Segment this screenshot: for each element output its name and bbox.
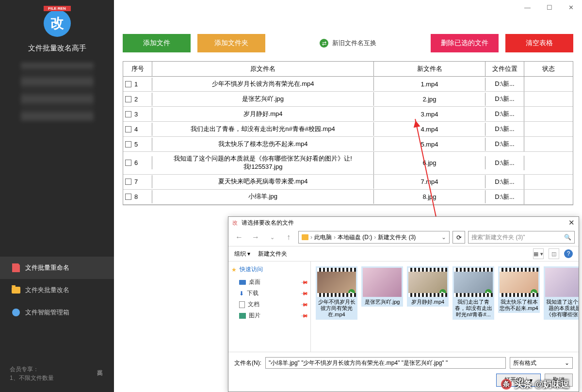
swap-icon: ⇄ <box>320 39 328 48</box>
preview-pane-button[interactable]: ◫ <box>549 248 559 259</box>
folder-icon <box>12 286 20 294</box>
row-checkbox[interactable] <box>125 179 131 185</box>
row-checkbox[interactable] <box>125 160 131 166</box>
sidebar-item-manager[interactable]: 文件智能管理箱 <box>0 301 114 324</box>
file-type-filter[interactable]: 所有格式⌄ <box>510 357 573 369</box>
file-open-dialog: 改 请选择要改名的文件 ✕ ← → ⌄ ↑ › 此电脑› 本地磁盘 (D:)› … <box>228 216 579 392</box>
table-row[interactable]: 8 小绵羊.jpg 8.jpg D:\新... <box>123 190 573 205</box>
pictures-icon <box>239 313 246 319</box>
member-line: 1、不限文件数量 <box>10 374 54 382</box>
th-new: 新文件名 <box>374 62 485 76</box>
sidebar-bottom: 会员专享： 1、不限文件数量 提高 <box>0 360 114 392</box>
minimize-button[interactable]: — <box>517 0 538 15</box>
sidebar-item-label: 文件批量重命名 <box>25 263 69 272</box>
logo-text: 改 <box>50 14 64 33</box>
table-row[interactable]: 6 我知道了这个问题的本质就是《你有哪些张艺兴好看的图片》让!我!125537.… <box>123 152 573 175</box>
table-row[interactable]: 4 我们走出了青春，却没有走出时光n#青春#校园.mp4 4.mp4 D:\新.… <box>123 122 573 137</box>
row-checkbox[interactable] <box>125 126 131 132</box>
cancel-button[interactable]: 取消 <box>545 374 573 387</box>
pin-icon: 📌 <box>301 311 308 319</box>
file-thumbnail: ▶ <box>500 268 538 297</box>
row-checkbox[interactable] <box>125 141 131 147</box>
member-label: 会员专享： <box>10 365 54 374</box>
documents-icon <box>239 301 245 308</box>
window-controls: — ☐ ✕ <box>517 0 582 19</box>
file-item[interactable]: ▶少年不惧岁月长彼方尚有荣光在.mp4 <box>316 266 357 320</box>
play-icon: ▶ <box>531 289 537 296</box>
qa-desktop[interactable]: 桌面📌 <box>231 277 307 288</box>
sidebar-item-rename[interactable]: 文件批量重命名 <box>0 257 114 279</box>
swap-names-button[interactable]: ⇄ 新旧文件名互换 <box>272 39 424 48</box>
breadcrumb[interactable]: › 此电脑› 本地磁盘 (D:)› 新建文件夹 (3) ⌄ <box>298 231 450 244</box>
dialog-title: 请选择要改名的文件 <box>242 219 294 227</box>
dialog-close-button[interactable]: ✕ <box>568 218 575 227</box>
row-checkbox[interactable] <box>125 96 131 102</box>
delete-selected-button[interactable]: 删除已选的文件 <box>431 34 499 52</box>
open-button[interactable]: 打开(O)▾ <box>496 374 541 387</box>
th-seq: 序号 <box>123 62 152 76</box>
table-row[interactable]: 3 岁月静好.mp4 3.mp4 D:\新... <box>123 107 573 122</box>
filename-label: 文件名(N): <box>234 359 261 367</box>
download-icon: ⬇ <box>239 290 244 297</box>
refresh-button[interactable]: ⟳ <box>453 231 465 244</box>
row-checkbox[interactable] <box>125 81 131 87</box>
qa-pictures[interactable]: 图片📌 <box>231 310 307 321</box>
doc-icon <box>12 263 20 272</box>
table-row[interactable]: 7 夏天快来吧杀死病毒带来爱.mp4 7.mp4 D:\新... <box>123 175 573 190</box>
sidebar-item-folder-rename[interactable]: 文件夹批量改名 <box>0 279 114 301</box>
help-button[interactable]: ? <box>564 249 573 258</box>
file-thumbnail: ▶ <box>454 268 493 297</box>
qa-documents[interactable]: 文档📌 <box>231 299 307 310</box>
back-button[interactable]: ← <box>232 230 246 244</box>
up-button[interactable]: ↑ <box>282 230 295 244</box>
th-orig: 原文件名 <box>152 62 374 76</box>
table-header: 序号 原文件名 新文件名 文件位置 状态 <box>123 62 573 77</box>
pin-icon: 📌 <box>301 278 308 286</box>
file-label: 我太快乐了根本悲伤不起来.mp4 <box>500 299 538 311</box>
logo-badge: FILE REN <box>44 6 71 11</box>
th-stat: 状态 <box>524 62 573 76</box>
filename-input[interactable] <box>265 357 506 369</box>
dialog-sidebar: ★ 快速访问 桌面📌 ⬇下载📌 文档📌 图片📌 <box>228 261 311 352</box>
sidebar-bottom-right: 提高 <box>96 365 104 382</box>
row-checkbox[interactable] <box>125 194 131 200</box>
file-item[interactable]: 我知道了这个问题的本质就是《你有哪些张... <box>544 266 579 320</box>
table-row[interactable]: 5 我太快乐了根本悲伤不起来.mp4 5.mp4 D:\新... <box>123 137 573 152</box>
add-file-button[interactable]: 添加文件 <box>123 34 191 52</box>
view-mode-button[interactable]: ▦ ▾ <box>533 248 544 259</box>
folder-icon <box>302 234 308 240</box>
toolbar: 添加文件 添加文件夹 ⇄ 新旧文件名互换 删除已选的文件 清空表格 <box>114 0 582 61</box>
desktop-icon <box>239 280 246 285</box>
qa-downloads[interactable]: ⬇下载📌 <box>231 288 307 299</box>
play-icon: ▶ <box>439 289 446 296</box>
file-item[interactable]: ▶岁月静好.mp4 <box>407 266 449 307</box>
app-logo: FILE REN 改 <box>44 10 71 37</box>
file-table: 序号 原文件名 新文件名 文件位置 状态 1 少年不惧岁月长彼方尚有荣光在.mp… <box>123 61 573 205</box>
sidebar-blur <box>21 63 94 121</box>
forward-button[interactable]: → <box>249 230 262 244</box>
side-menu: 文件批量重命名 文件夹批量改名 文件智能管理箱 <box>0 257 114 324</box>
file-item[interactable]: 是张艺兴吖.jpg <box>361 266 403 307</box>
file-item[interactable]: ▶我们走出了青春，却没有走出时光n#青春#... <box>453 266 494 320</box>
file-label: 我们走出了青春，却没有走出时光n#青春#... <box>454 299 493 318</box>
close-button[interactable]: ✕ <box>560 0 582 15</box>
new-folder-button[interactable]: 新建文件夹 <box>258 250 287 258</box>
recent-dropdown[interactable]: ⌄ <box>265 230 279 244</box>
file-thumbnail <box>363 268 402 297</box>
file-label: 少年不惧岁月长彼方尚有荣光在.mp4 <box>317 299 356 318</box>
sidebar: FILE REN 改 文件批量改名高手 文件批量重命名 文件夹批量改名 文件智能… <box>0 0 114 392</box>
maximize-button[interactable]: ☐ <box>538 0 560 15</box>
table-row[interactable]: 2 是张艺兴吖.jpg 2.jpg D:\新... <box>123 92 573 107</box>
file-label: 我知道了这个问题的本质就是《你有哪些张... <box>545 299 579 318</box>
toolbox-icon <box>12 308 20 317</box>
file-grid: ▶少年不惧岁月长彼方尚有荣光在.mp4是张艺兴吖.jpg▶岁月静好.mp4▶我们… <box>311 261 579 352</box>
organize-menu[interactable]: 组织 ▾ <box>234 250 250 258</box>
add-folder-button[interactable]: 添加文件夹 <box>197 34 265 52</box>
clear-table-button[interactable]: 清空表格 <box>505 34 573 52</box>
file-item[interactable]: ▶我太快乐了根本悲伤不起来.mp4 <box>498 266 540 313</box>
sidebar-item-label: 文件夹批量改名 <box>25 286 69 294</box>
row-checkbox[interactable] <box>125 111 131 117</box>
quick-access[interactable]: ★ 快速访问 <box>231 265 307 274</box>
search-input[interactable]: 搜索"新建文件夹 (3)" 🔍 <box>468 231 575 244</box>
table-row[interactable]: 1 少年不惧岁月长彼方尚有荣光在.mp4 1.mp4 D:\新... <box>123 77 573 92</box>
